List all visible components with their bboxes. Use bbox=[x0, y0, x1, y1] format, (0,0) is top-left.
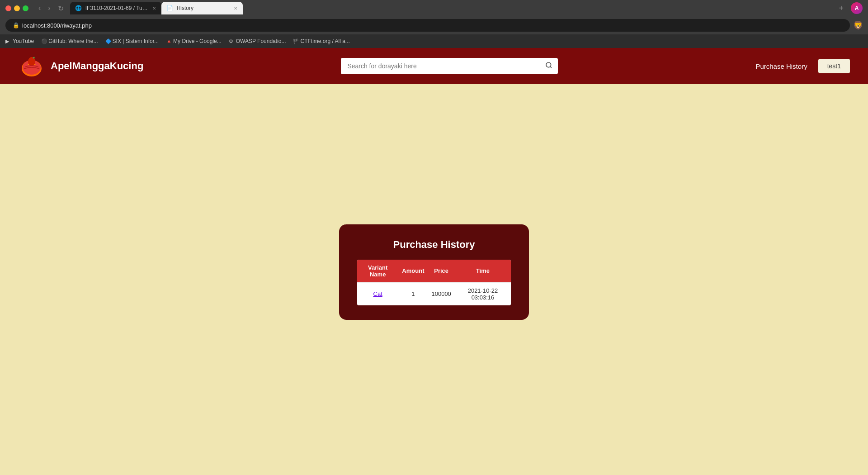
bookmark-label: YouTube bbox=[13, 38, 34, 44]
tabs-container: 🌐IF3110-2021-01-69 / Tugas Besar 1✕📄Hist… bbox=[70, 2, 832, 14]
browser-chrome: ‹ › ↻ 🌐IF3110-2021-01-69 / Tugas Besar 1… bbox=[0, 0, 868, 48]
col-header-variant: Variant Name bbox=[357, 260, 398, 283]
bookmark-item[interactable]: 🔺My Drive - Google... bbox=[166, 38, 222, 44]
bookmark-favicon: 🔺 bbox=[166, 38, 171, 44]
new-tab-button[interactable]: + bbox=[835, 2, 847, 14]
tab-close-button[interactable]: ✕ bbox=[234, 6, 237, 11]
url-text: localhost:8000/riwayat.php bbox=[22, 22, 92, 29]
price-cell: 100000 bbox=[428, 282, 454, 305]
time-cell: 2021-10-22 03:03:16 bbox=[455, 282, 511, 305]
close-traffic-light[interactable] bbox=[5, 5, 11, 11]
variant-name-link[interactable]: Cat bbox=[373, 290, 382, 297]
minimize-traffic-light[interactable] bbox=[14, 5, 20, 11]
table-header-row: Variant Name Amount Price Time bbox=[357, 260, 511, 283]
search-wrapper bbox=[341, 58, 558, 74]
brave-icon: 🦁 bbox=[854, 21, 863, 30]
tab-close-button[interactable]: ✕ bbox=[152, 6, 156, 11]
bookmark-item[interactable]: ⚫GitHub: Where the... bbox=[41, 38, 98, 44]
maximize-traffic-light[interactable] bbox=[23, 5, 28, 11]
tab-favicon: 📄 bbox=[167, 5, 173, 11]
app-navbar: ApelManggaKucing Purchase History test1 bbox=[0, 48, 868, 84]
profile-icon[interactable]: A bbox=[851, 2, 863, 14]
bookmark-favicon: ⚙ bbox=[229, 38, 234, 44]
svg-line-4 bbox=[550, 66, 552, 68]
traffic-lights bbox=[5, 5, 28, 11]
bookmark-favicon: ⚫ bbox=[41, 38, 47, 44]
tab-label: History bbox=[177, 5, 193, 11]
bookmark-item[interactable]: ⚙OWASP Foundatio... bbox=[229, 38, 286, 44]
bookmark-label: My Drive - Google... bbox=[173, 38, 222, 44]
purchase-history-link[interactable]: Purchase History bbox=[755, 62, 807, 70]
amount-cell: 1 bbox=[398, 282, 428, 305]
nav-links: Purchase History test1 bbox=[755, 59, 850, 73]
logo-icon bbox=[18, 52, 45, 80]
col-header-time: Time bbox=[455, 260, 511, 283]
bookmark-item[interactable]: ▶YouTube bbox=[5, 38, 34, 44]
bookmark-item[interactable]: 🏴CTFtime.org / All a... bbox=[293, 38, 349, 44]
history-card-title: Purchase History bbox=[357, 239, 511, 251]
tab-label: IF3110-2021-01-69 / Tugas Besar 1 bbox=[85, 5, 149, 11]
app-title: ApelManggaKucing bbox=[51, 60, 143, 72]
search-area bbox=[152, 58, 746, 74]
col-header-amount: Amount bbox=[398, 260, 428, 283]
reload-button[interactable]: ↻ bbox=[55, 3, 66, 14]
user-button[interactable]: test1 bbox=[818, 59, 850, 73]
nav-buttons: ‹ › ↻ bbox=[36, 3, 66, 14]
browser-extensions: A bbox=[851, 2, 863, 14]
col-header-price: Price bbox=[428, 260, 454, 283]
bookmarks-bar: ▶YouTube⚫GitHub: Where the...🔷SIX | Sist… bbox=[0, 34, 868, 48]
lock-icon: 🔒 bbox=[13, 22, 19, 28]
logo-area: ApelManggaKucing bbox=[18, 52, 143, 80]
bookmark-favicon: ▶ bbox=[5, 38, 11, 44]
bookmark-label: GitHub: Where the... bbox=[48, 38, 98, 44]
search-input[interactable] bbox=[341, 59, 540, 73]
browser-tab-tab2[interactable]: 📄History✕ bbox=[161, 2, 243, 14]
search-button[interactable] bbox=[540, 58, 558, 74]
history-table: Variant Name Amount Price Time Cat110000… bbox=[357, 260, 511, 305]
browser-tab-tab1[interactable]: 🌐IF3110-2021-01-69 / Tugas Besar 1✕ bbox=[70, 2, 161, 14]
bookmark-favicon: 🏴 bbox=[293, 38, 298, 44]
back-button[interactable]: ‹ bbox=[36, 3, 43, 14]
bookmark-favicon: 🔷 bbox=[105, 38, 111, 44]
bookmark-label: CTFtime.org / All a... bbox=[300, 38, 349, 44]
address-bar-row: 🔒 localhost:8000/riwayat.php 🦁 bbox=[0, 16, 868, 34]
main-content: Purchase History Variant Name Amount Pri… bbox=[0, 84, 868, 460]
bookmark-item[interactable]: 🔷SIX | Sistem Infor... bbox=[105, 38, 159, 44]
bookmark-label: OWASP Foundatio... bbox=[236, 38, 286, 44]
bookmark-label: SIX | Sistem Infor... bbox=[113, 38, 159, 44]
tab-favicon: 🌐 bbox=[75, 5, 82, 11]
address-bar[interactable]: 🔒 localhost:8000/riwayat.php bbox=[5, 19, 850, 32]
svg-point-3 bbox=[546, 62, 551, 67]
purchase-history-card: Purchase History Variant Name Amount Pri… bbox=[339, 224, 529, 320]
browser-titlebar: ‹ › ↻ 🌐IF3110-2021-01-69 / Tugas Besar 1… bbox=[0, 0, 868, 16]
table-row: Cat11000002021-10-22 03:03:16 bbox=[357, 282, 511, 305]
forward-button[interactable]: › bbox=[45, 3, 53, 14]
